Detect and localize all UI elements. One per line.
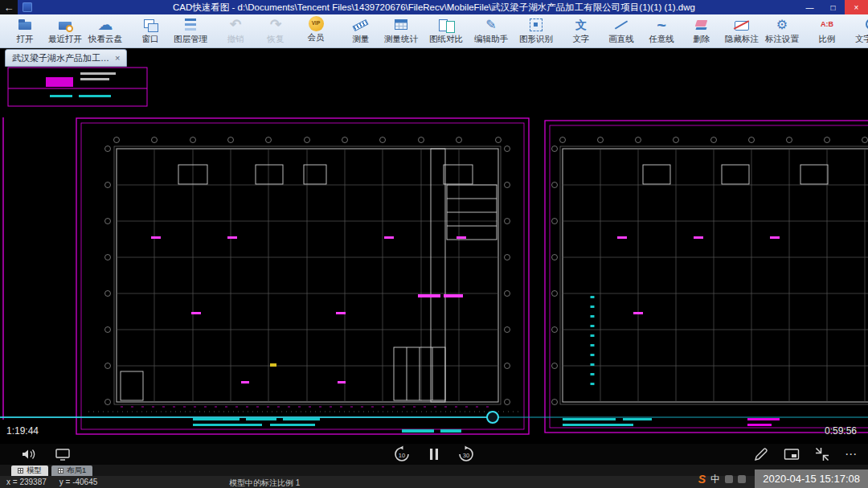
free-line-button[interactable]: ~任意线 [641,14,682,47]
draw-line-button[interactable]: 画直线 [601,14,641,47]
text-button[interactable]: 文文字 [561,14,601,47]
ime-bar[interactable]: S 中 [698,472,746,486]
edit-assistant-button[interactable]: ✎编辑助手 [471,14,511,47]
back-arrow-icon[interactable]: ← [0,0,18,14]
pause-icon [427,446,441,462]
toolbar-button-label: 隐藏标注 [725,34,759,45]
annotation-settings-button[interactable]: ⚙标注设置 [762,14,802,47]
exit-fullscreen-button[interactable] [814,446,830,462]
video-progress-bar[interactable] [0,412,868,423]
window-controls: — □ × [798,0,868,14]
maximize-button[interactable]: □ [821,0,845,14]
scale-ratio-button[interactable]: A:B比例 [807,14,847,47]
scale-note: 模型中的标注比例 1 [229,478,300,488]
open-button[interactable]: 打开 [5,14,45,47]
minimize-button[interactable]: — [798,0,821,14]
tab-layout1[interactable]: 布局1 [51,465,92,476]
find-text-icon [862,16,868,33]
ratio-icon: A:B [817,16,837,33]
pause-button[interactable] [427,446,441,462]
toolbar-button-label: 快看云盘 [88,34,122,45]
tab-close-icon[interactable]: × [115,53,120,63]
text-icon: 文 [571,16,591,33]
more-options-button[interactable]: ⋯ [845,447,857,461]
forward-30-icon: 30 [457,445,475,463]
volume-button[interactable] [21,447,39,461]
exit-fullscreen-icon [814,446,830,462]
cursor-coordinates: x = 239387 y = -40645 [6,478,97,486]
sogou-logo-icon[interactable]: S [698,473,706,486]
toolbar-button-label: 编辑助手 [474,34,508,45]
vip-button[interactable]: VIP会员 [296,14,336,47]
cad-fragment-topleft [8,68,147,106]
delete-icon [692,16,711,33]
toolbar-button-label: 文字 [573,34,590,45]
toolbar-button-label: 会员 [308,32,325,43]
redo-button[interactable]: ↷恢复 [256,14,296,47]
drawing-compare-button[interactable]: 图纸对比 [426,14,466,47]
toolbar-button-label: 图形识别 [519,34,553,45]
find-text-button[interactable]: 文字查找 [852,14,868,47]
recording-timestamp: 2020-04-15 15:17:08 [755,470,868,488]
cloud-drive-button[interactable]: ☁快看云盘 [85,14,125,47]
layers-icon [181,16,200,33]
measure-icon [351,16,371,33]
measure-stats-button[interactable]: 测量统计 [381,14,421,47]
cad-canvas[interactable]: 武汉梁子湖水产品加工… × [0,48,868,444]
toolbar-button-label: 测量统计 [384,34,418,45]
picture-in-picture-button[interactable] [784,447,800,461]
undo-button[interactable]: ↶撤销 [215,14,256,47]
elapsed-time: 1:19:44 [6,425,39,437]
app-icon [23,2,32,12]
recent-folder-icon [55,16,75,33]
toolbar-button-label: 删除 [694,34,710,45]
tab-model[interactable]: 模型 [11,465,48,476]
draw-line-icon [612,16,631,33]
toolbar-button-label: 打开 [17,34,34,45]
forward-30-button[interactable]: 30 [457,445,475,463]
cad-drawing [0,48,868,444]
hide-annotation-button[interactable]: 隐藏标注 [722,14,762,47]
vip-icon: VIP [309,16,324,31]
measure-button[interactable]: 测量 [341,14,381,47]
svg-text:30: 30 [463,452,469,459]
model-tab-label: 模型 [27,465,42,476]
svg-text:10: 10 [399,452,405,459]
pencil-icon [753,446,769,462]
document-tab[interactable]: 武汉梁子湖水产品加工… × [5,49,127,67]
toolbar-button-label: 撤销 [227,34,244,45]
toolbar: 打开最近打开☁快看云盘窗口图层管理↶撤销↷恢复VIP会员测量测量统计图纸对比✎编… [0,14,868,48]
coordinate-y: y = -40645 [59,478,98,486]
stats-icon [391,16,411,33]
toolbar-button-label: 比例 [819,34,836,45]
close-button[interactable]: × [845,0,868,14]
annotate-button[interactable] [753,446,769,462]
shape-recognition-button[interactable]: 图形识别 [516,14,556,47]
ime-keyboard-icon[interactable] [738,475,746,483]
ime-tool-icon[interactable] [725,475,733,483]
toolbar-button-label: 最近打开 [48,34,82,45]
free-line-icon: ~ [652,16,671,33]
cloud-icon: ☁ [96,16,115,33]
assistant-icon: ✎ [481,16,501,33]
model-tab-icon [18,468,23,474]
window-button[interactable]: 窗口 [130,14,170,47]
undo-icon: ↶ [226,16,245,33]
window-title: CAD快速看图 - d:\Documents\Tencent Files\143… [173,0,695,14]
progress-handle[interactable] [487,412,498,423]
cad-plan-right [545,121,868,433]
volume-icon [21,447,39,461]
toolbar-button-label: 测量 [353,34,370,45]
recent-open-button[interactable]: 最近打开 [45,14,85,47]
delete-button[interactable]: 删除 [682,14,722,47]
rewind-10-button[interactable]: 10 [393,445,411,463]
hide-annotation-icon [732,16,751,33]
toolbar-button-label: 标注设置 [765,34,799,45]
layer-manager-button[interactable]: 图层管理 [170,14,211,47]
app-window: ← CAD快速看图 - d:\Documents\Tencent Files\1… [0,0,868,488]
toolbar-button-label: 恢复 [268,34,285,45]
cad-plan-left [76,118,529,434]
display-button[interactable] [55,447,71,461]
player-controls: 10 30 [0,444,868,465]
ime-mode-indicator[interactable]: 中 [710,473,720,486]
